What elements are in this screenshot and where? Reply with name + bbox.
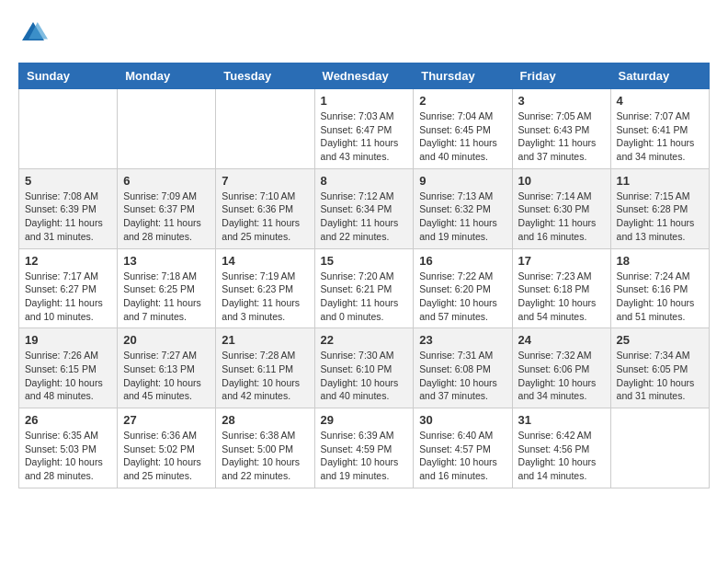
day-info: Sunrise: 6:35 AMSunset: 5:03 PMDaylight:… <box>25 429 111 483</box>
day-info: Sunrise: 7:31 AMSunset: 6:08 PMDaylight:… <box>419 349 506 403</box>
day-info: Sunrise: 7:04 AMSunset: 6:45 PMDaylight:… <box>419 109 506 164</box>
day-number: 20 <box>123 333 210 347</box>
day-number: 28 <box>222 413 308 427</box>
day-number: 4 <box>617 94 703 108</box>
day-info: Sunrise: 7:24 AMSunset: 6:16 PMDaylight:… <box>617 270 703 324</box>
day-number: 22 <box>321 333 408 347</box>
calendar-cell: 21 Sunrise: 7:28 AMSunset: 6:11 PMDaylig… <box>216 328 314 408</box>
day-info: Sunrise: 7:19 AMSunset: 6:23 PMDaylight:… <box>222 270 308 324</box>
day-number: 3 <box>518 94 605 108</box>
day-number: 8 <box>321 174 408 188</box>
calendar-cell <box>216 89 314 169</box>
day-number: 24 <box>518 333 605 347</box>
day-info: Sunrise: 7:12 AMSunset: 6:34 PMDaylight:… <box>321 190 408 244</box>
day-number: 31 <box>518 413 605 427</box>
calendar-cell: 29 Sunrise: 6:39 AMSunset: 4:59 PMDaylig… <box>314 408 414 488</box>
weekday-header: Sunday <box>19 63 118 89</box>
calendar-cell <box>118 89 216 169</box>
day-info: Sunrise: 7:27 AMSunset: 6:13 PMDaylight:… <box>123 349 210 403</box>
day-number: 15 <box>321 254 408 268</box>
day-number: 29 <box>321 413 408 427</box>
day-number: 14 <box>222 254 308 268</box>
day-number: 6 <box>123 174 210 188</box>
day-info: Sunrise: 7:07 AMSunset: 6:41 PMDaylight:… <box>617 109 703 164</box>
calendar-cell: 26 Sunrise: 6:35 AMSunset: 5:03 PMDaylig… <box>19 408 118 488</box>
calendar-week-row: 12 Sunrise: 7:17 AMSunset: 6:27 PMDaylig… <box>19 248 710 328</box>
day-info: Sunrise: 7:15 AMSunset: 6:28 PMDaylight:… <box>617 190 703 244</box>
day-number: 5 <box>25 174 111 188</box>
calendar-cell <box>19 89 118 169</box>
calendar-cell: 9 Sunrise: 7:13 AMSunset: 6:32 PMDayligh… <box>414 168 512 248</box>
calendar-cell: 15 Sunrise: 7:20 AMSunset: 6:21 PMDaylig… <box>314 248 414 328</box>
day-info: Sunrise: 7:23 AMSunset: 6:18 PMDaylight:… <box>518 270 605 324</box>
calendar-week-row: 19 Sunrise: 7:26 AMSunset: 6:15 PMDaylig… <box>19 328 710 408</box>
day-info: Sunrise: 7:08 AMSunset: 6:39 PMDaylight:… <box>25 190 111 244</box>
calendar-cell: 2 Sunrise: 7:04 AMSunset: 6:45 PMDayligh… <box>414 89 512 169</box>
calendar-cell: 27 Sunrise: 6:36 AMSunset: 5:02 PMDaylig… <box>118 408 216 488</box>
day-number: 26 <box>25 413 111 427</box>
calendar-table: SundayMondayTuesdayWednesdayThursdayFrid… <box>18 63 710 488</box>
calendar-cell: 19 Sunrise: 7:26 AMSunset: 6:15 PMDaylig… <box>19 328 118 408</box>
day-info: Sunrise: 7:03 AMSunset: 6:47 PMDaylight:… <box>321 109 408 164</box>
day-info: Sunrise: 7:05 AMSunset: 6:43 PMDaylight:… <box>518 109 605 164</box>
day-info: Sunrise: 7:32 AMSunset: 6:06 PMDaylight:… <box>518 349 605 403</box>
calendar-cell: 18 Sunrise: 7:24 AMSunset: 6:16 PMDaylig… <box>610 248 709 328</box>
day-info: Sunrise: 6:40 AMSunset: 4:57 PMDaylight:… <box>419 429 506 483</box>
calendar-cell: 24 Sunrise: 7:32 AMSunset: 6:06 PMDaylig… <box>512 328 610 408</box>
calendar-cell: 16 Sunrise: 7:22 AMSunset: 6:20 PMDaylig… <box>414 248 512 328</box>
calendar-cell: 31 Sunrise: 6:42 AMSunset: 4:56 PMDaylig… <box>512 408 610 488</box>
day-number: 10 <box>518 174 605 188</box>
day-info: Sunrise: 7:09 AMSunset: 6:37 PMDaylight:… <box>123 190 210 244</box>
day-info: Sunrise: 7:30 AMSunset: 6:10 PMDaylight:… <box>321 349 408 403</box>
day-number: 23 <box>419 333 506 347</box>
day-number: 13 <box>123 254 210 268</box>
day-number: 7 <box>222 174 308 188</box>
day-number: 21 <box>222 333 308 347</box>
day-number: 18 <box>617 254 703 268</box>
day-info: Sunrise: 7:10 AMSunset: 6:36 PMDaylight:… <box>222 190 308 244</box>
calendar-cell: 11 Sunrise: 7:15 AMSunset: 6:28 PMDaylig… <box>610 168 709 248</box>
day-info: Sunrise: 6:38 AMSunset: 5:00 PMDaylight:… <box>222 429 308 483</box>
calendar-cell: 6 Sunrise: 7:09 AMSunset: 6:37 PMDayligh… <box>118 168 216 248</box>
day-number: 1 <box>321 94 408 108</box>
calendar-cell: 25 Sunrise: 7:34 AMSunset: 6:05 PMDaylig… <box>610 328 709 408</box>
day-number: 25 <box>617 333 703 347</box>
day-info: Sunrise: 6:36 AMSunset: 5:02 PMDaylight:… <box>123 429 210 483</box>
day-info: Sunrise: 7:26 AMSunset: 6:15 PMDaylight:… <box>25 349 111 403</box>
calendar-week-row: 1 Sunrise: 7:03 AMSunset: 6:47 PMDayligh… <box>19 89 710 169</box>
calendar-cell: 3 Sunrise: 7:05 AMSunset: 6:43 PMDayligh… <box>512 89 610 169</box>
calendar-cell <box>610 408 709 488</box>
day-info: Sunrise: 7:13 AMSunset: 6:32 PMDaylight:… <box>419 190 506 244</box>
day-number: 17 <box>518 254 605 268</box>
calendar-cell: 22 Sunrise: 7:30 AMSunset: 6:10 PMDaylig… <box>314 328 414 408</box>
calendar-cell: 4 Sunrise: 7:07 AMSunset: 6:41 PMDayligh… <box>610 89 709 169</box>
day-number: 19 <box>25 333 111 347</box>
day-info: Sunrise: 7:18 AMSunset: 6:25 PMDaylight:… <box>123 270 210 324</box>
calendar-week-row: 5 Sunrise: 7:08 AMSunset: 6:39 PMDayligh… <box>19 168 710 248</box>
logo <box>18 18 51 48</box>
day-number: 12 <box>25 254 111 268</box>
day-info: Sunrise: 6:42 AMSunset: 4:56 PMDaylight:… <box>518 429 605 483</box>
page-header <box>18 18 710 48</box>
calendar-cell: 7 Sunrise: 7:10 AMSunset: 6:36 PMDayligh… <box>216 168 314 248</box>
calendar-cell: 8 Sunrise: 7:12 AMSunset: 6:34 PMDayligh… <box>314 168 414 248</box>
day-info: Sunrise: 7:28 AMSunset: 6:11 PMDaylight:… <box>222 349 308 403</box>
calendar-cell: 14 Sunrise: 7:19 AMSunset: 6:23 PMDaylig… <box>216 248 314 328</box>
calendar-cell: 20 Sunrise: 7:27 AMSunset: 6:13 PMDaylig… <box>118 328 216 408</box>
calendar-cell: 10 Sunrise: 7:14 AMSunset: 6:30 PMDaylig… <box>512 168 610 248</box>
calendar-week-row: 26 Sunrise: 6:35 AMSunset: 5:03 PMDaylig… <box>19 408 710 488</box>
day-info: Sunrise: 7:17 AMSunset: 6:27 PMDaylight:… <box>25 270 111 324</box>
weekday-header: Saturday <box>610 63 709 89</box>
weekday-header-row: SundayMondayTuesdayWednesdayThursdayFrid… <box>19 63 710 89</box>
calendar-cell: 17 Sunrise: 7:23 AMSunset: 6:18 PMDaylig… <box>512 248 610 328</box>
day-number: 16 <box>419 254 506 268</box>
weekday-header: Monday <box>118 63 216 89</box>
calendar-cell: 30 Sunrise: 6:40 AMSunset: 4:57 PMDaylig… <box>414 408 512 488</box>
day-info: Sunrise: 7:14 AMSunset: 6:30 PMDaylight:… <box>518 190 605 244</box>
calendar-cell: 13 Sunrise: 7:18 AMSunset: 6:25 PMDaylig… <box>118 248 216 328</box>
day-number: 27 <box>123 413 210 427</box>
logo-icon <box>18 18 48 48</box>
day-number: 11 <box>617 174 703 188</box>
day-info: Sunrise: 7:34 AMSunset: 6:05 PMDaylight:… <box>617 349 703 403</box>
day-info: Sunrise: 7:22 AMSunset: 6:20 PMDaylight:… <box>419 270 506 324</box>
